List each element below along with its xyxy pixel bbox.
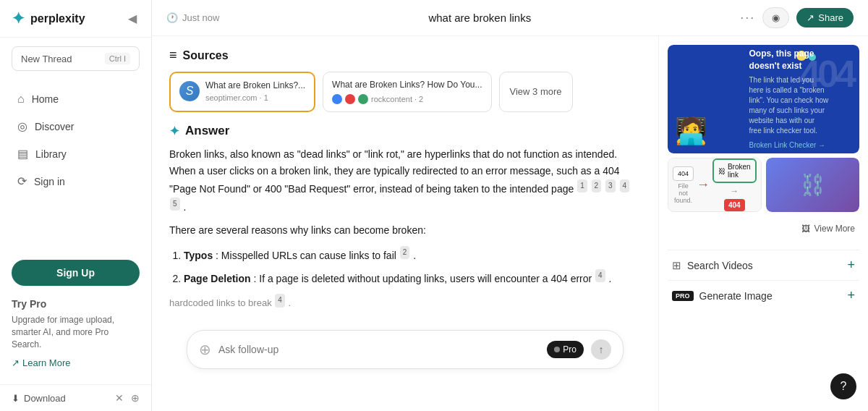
twitter-x-icon[interactable]: ✕ <box>115 392 124 404</box>
ref-5[interactable]: 5 <box>170 198 180 211</box>
focus-button[interactable]: ◉ <box>762 7 789 28</box>
discord-icon[interactable]: ⊕ <box>131 392 140 404</box>
followup-send-button[interactable]: ↑ <box>591 339 611 360</box>
ref-3[interactable]: 3 <box>605 179 616 193</box>
answer-panel: ≡ Sources S What are Broken Links?... se… <box>152 36 658 411</box>
source-dot-blue <box>332 94 342 104</box>
chain-emoji: ⛓️ <box>800 173 825 197</box>
more-options-button[interactable]: ··· <box>740 10 755 25</box>
list-ref-2[interactable]: 4 <box>595 269 605 282</box>
new-thread-label: New Thread <box>21 54 72 64</box>
topbar-right: ··· ◉ ↗ Share <box>740 7 854 28</box>
signup-button[interactable]: Sign Up <box>12 260 140 286</box>
ref-2[interactable]: 2 <box>592 179 602 193</box>
sources-header: ≡ Sources <box>169 48 641 63</box>
broken-chain-mini: ⛓ <box>718 167 726 175</box>
sidebar: ✦ perplexity ◀ New Thread Ctrl I ⌂ Home … <box>0 0 152 411</box>
social-icons: ✕ ⊕ <box>115 392 140 404</box>
share-button[interactable]: ↗ Share <box>796 8 854 27</box>
collapse-sidebar-button[interactable]: ◀ <box>125 9 140 28</box>
search-videos-add-icon: + <box>847 258 855 273</box>
cutoff-ref[interactable]: 4 <box>275 294 285 308</box>
ref-1[interactable]: 1 <box>577 179 587 193</box>
download-link[interactable]: ⬇ Download <box>12 393 66 404</box>
followup-wrapper: ⊕ Pro ↑ <box>169 321 641 379</box>
search-videos-action[interactable]: ⊞ Search Videos + <box>668 250 859 280</box>
list-item: Typos : Misspelled URLs can cause links … <box>184 246 641 263</box>
image-flow-diagram[interactable]: 404 File not found. → ⛓ Broken link → <box>668 158 762 212</box>
logo-icon: ✦ <box>12 9 25 28</box>
source-card-2[interactable]: What are Broken Links? How Do You... roc… <box>323 72 491 112</box>
query-title: what are broken links <box>428 12 531 24</box>
list-desc-2: : If a page is deleted without updating … <box>253 273 592 284</box>
followup-pro-toggle[interactable]: Pro <box>547 341 584 358</box>
sidebar-item-home[interactable]: ⌂ Home <box>6 86 145 112</box>
list-term-1: Typos <box>184 250 213 261</box>
pro-badge: PRO <box>672 291 694 301</box>
generate-image-add-icon: + <box>847 288 855 303</box>
new-thread-button[interactable]: New Thread Ctrl I <box>12 46 140 71</box>
flow-404-badge: 404 <box>724 199 745 211</box>
search-videos-label: Search Videos <box>687 260 753 271</box>
image-broken-chain[interactable]: ⛓️ <box>766 158 860 212</box>
generate-image-left: PRO Generate Image <box>672 290 773 302</box>
flow-step-1: 404 File not found. <box>673 166 694 204</box>
content-area: ≡ Sources S What are Broken Links?... se… <box>152 36 868 411</box>
generate-image-action[interactable]: PRO Generate Image + <box>668 280 859 310</box>
timestamp: Just now <box>182 12 219 23</box>
source-card-1[interactable]: S What are Broken Links?... seoptimer.co… <box>169 72 315 112</box>
list-term-2: Page Deletion <box>184 273 251 284</box>
ref-4[interactable]: 4 <box>620 179 630 193</box>
try-pro-title: Try Pro <box>12 297 140 312</box>
character-illustration: 🧑‍💻 <box>675 116 707 146</box>
sources-icon: ≡ <box>169 48 177 63</box>
image-grid: 404 🧑‍💻 Oops, this page doesn't exist Th… <box>668 45 859 241</box>
source-dot-green <box>358 94 368 104</box>
search-videos-left: ⊞ Search Videos <box>672 259 753 272</box>
followup-send-icon: ↑ <box>599 344 604 355</box>
sidebar-item-discover[interactable]: ◎ Discover <box>6 113 145 140</box>
followup-pro-label: Pro <box>563 344 576 355</box>
topbar-left: 🕐 Just now <box>166 12 219 23</box>
broken-text: Broken link <box>728 163 751 179</box>
view-more-images-button[interactable]: 🖼 View More <box>797 219 859 238</box>
404-description: The link that led you here is called a "… <box>749 75 829 136</box>
help-button[interactable]: ? <box>830 373 856 399</box>
collapse-icon: ◀ <box>128 12 137 25</box>
sidebar-item-label: Sign in <box>34 176 65 187</box>
source-icon-letter: S <box>186 85 194 98</box>
source-title-1: What are Broken Links?... <box>205 80 305 92</box>
flow-broken-label: ⛓ Broken link <box>712 158 757 183</box>
source-info: What are Broken Links?... seoptimer.com … <box>205 80 305 102</box>
image-404-hero[interactable]: 404 🧑‍💻 Oops, this page doesn't exist Th… <box>668 45 859 153</box>
share-label: Share <box>818 12 843 23</box>
list-ref-1[interactable]: 2 <box>400 246 410 259</box>
sidebar-item-signin[interactable]: ⟳ Sign in <box>6 168 145 195</box>
answer-list: Typos : Misspelled URLs can cause links … <box>184 246 641 287</box>
sources-title: Sources <box>183 49 229 62</box>
right-panel: 404 🧑‍💻 Oops, this page doesn't exist Th… <box>658 36 868 411</box>
list-item: Page Deletion : If a page is deleted wit… <box>184 269 641 287</box>
source-dot-red <box>345 94 355 104</box>
followup-input[interactable] <box>218 344 540 355</box>
source-2-title: What are Broken Links? How Do You... <box>332 80 482 91</box>
sidebar-downloads: ⬇ Download ✕ ⊕ <box>0 384 151 411</box>
sidebar-nav: ⌂ Home ◎ Discover ▤ Library ⟳ Sign in <box>0 80 151 201</box>
flow-diagram-content: 404 File not found. → ⛓ Broken link → <box>668 158 762 212</box>
generate-image-label: Generate Image <box>699 290 773 302</box>
flow-arrow-right: → <box>697 177 710 192</box>
sources-list: S What are Broken Links?... seoptimer.co… <box>169 72 641 112</box>
followup-add-button[interactable]: ⊕ <box>199 341 211 358</box>
sidebar-item-library[interactable]: ▤ Library <box>6 140 145 167</box>
share-icon: ↗ <box>807 12 814 23</box>
list-desc-1: : Misspelled URLs can cause links to fai… <box>216 250 396 261</box>
followup-mode-dot <box>554 347 560 352</box>
logo[interactable]: ✦ perplexity <box>12 9 85 28</box>
broken-chain-illustration: ⛓️ <box>766 158 860 212</box>
sidebar-bottom: Sign Up Try Pro Upgrade for image upload… <box>0 251 151 378</box>
image-icon: 🖼 <box>801 224 810 234</box>
learn-more-link[interactable]: ↗ Learn More <box>12 357 140 370</box>
download-label: Download <box>24 393 66 404</box>
view-more-card[interactable]: View 3 more <box>499 72 573 112</box>
404-checker-link[interactable]: Broken Link Checker → <box>749 140 829 151</box>
